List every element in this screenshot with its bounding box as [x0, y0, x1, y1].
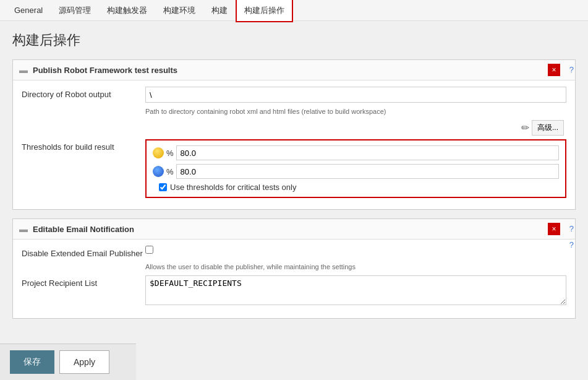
threshold-row-1: %	[153, 145, 559, 160]
threshold1-percent: %	[166, 149, 174, 158]
nav-build[interactable]: 构建	[203, 0, 236, 22]
robot-section-body: Directory of Robot output Path to direct…	[13, 80, 575, 209]
nav-post-build[interactable]: 构建后操作	[236, 0, 293, 22]
page-content: 构建后操作 ▬ Publish Robot Framework test res…	[0, 21, 588, 380]
nav-env[interactable]: 构建环境	[155, 0, 203, 22]
disable-checkbox-row	[145, 246, 566, 254]
email-section-icon: ▬	[19, 224, 28, 234]
advanced-toolbar: ✏ 高级...	[22, 120, 566, 136]
robot-help-icon[interactable]: ?	[569, 65, 574, 74]
email-section-title: Editable Email Notification	[33, 225, 134, 234]
critical-tests-row: Use thresholds for critical tests only	[159, 183, 559, 192]
edit-icon: ✏	[521, 122, 529, 134]
robot-section-title: Publish Robot Framework test results	[33, 66, 177, 75]
recipients-label: Project Recipient List	[22, 275, 145, 288]
advanced-button[interactable]: 高级...	[532, 120, 564, 136]
bottom-bar: 保存 Apply	[0, 343, 136, 380]
yellow-circle-icon	[153, 147, 164, 158]
top-nav: General 源码管理 构建触发器 构建环境 构建 构建后操作	[0, 0, 588, 21]
blue-circle-icon	[153, 166, 164, 177]
recipients-textarea[interactable]: $DEFAULT_RECIPIENTS	[145, 275, 566, 305]
email-section-body: Disable Extended Email Publisher Allows …	[13, 240, 575, 318]
disable-checkbox[interactable]	[145, 246, 153, 254]
thresholds-row: Thresholds for build result % %	[22, 139, 566, 198]
disable-hint: Allows the user to disable the publisher…	[145, 263, 566, 270]
threshold-row-2: %	[153, 164, 559, 179]
thresholds-label: Thresholds for build result	[22, 139, 145, 152]
threshold-container: % % Use thresholds for critical te	[145, 139, 566, 198]
directory-input[interactable]	[145, 87, 566, 103]
critical-tests-checkbox[interactable]	[159, 183, 167, 191]
critical-tests-label: Use thresholds for critical tests only	[170, 183, 296, 192]
robot-section-header: ▬ Publish Robot Framework test results	[13, 60, 575, 80]
nav-source[interactable]: 源码管理	[51, 0, 99, 22]
robot-close-button[interactable]: ×	[548, 64, 560, 76]
threshold2-percent: %	[166, 167, 174, 176]
thresholds-wrap: % % Use thresholds for critical te	[145, 139, 566, 198]
directory-row: Directory of Robot output	[22, 87, 566, 103]
nav-general[interactable]: General	[6, 0, 51, 20]
threshold2-input[interactable]	[176, 164, 559, 179]
recipients-wrap: $DEFAULT_RECIPIENTS	[145, 275, 566, 307]
apply-button[interactable]: Apply	[59, 350, 109, 374]
robot-section: ▬ Publish Robot Framework test results ×…	[12, 59, 576, 210]
nav-trigger[interactable]: 构建触发器	[99, 0, 155, 22]
page-title: 构建后操作	[12, 31, 576, 50]
directory-input-wrap	[145, 87, 566, 103]
email-section-header: ▬ Editable Email Notification	[13, 219, 575, 240]
email-close-button[interactable]: ×	[548, 223, 560, 235]
disable-label: Disable Extended Email Publisher	[22, 246, 145, 258]
email-section: ▬ Editable Email Notification × ? ? Disa…	[12, 218, 576, 319]
robot-section-icon: ▬	[19, 65, 28, 75]
disable-wrap	[145, 246, 566, 254]
email-help-icon2[interactable]: ?	[569, 240, 574, 249]
disable-row: Disable Extended Email Publisher	[22, 246, 566, 258]
threshold1-input[interactable]	[176, 145, 559, 160]
email-help-icon1[interactable]: ?	[569, 224, 574, 233]
directory-label: Directory of Robot output	[22, 87, 145, 99]
directory-hint: Path to directory containing robot xml a…	[145, 108, 566, 115]
save-button[interactable]: 保存	[10, 350, 54, 374]
recipients-row: Project Recipient List $DEFAULT_RECIPIEN…	[22, 275, 566, 307]
